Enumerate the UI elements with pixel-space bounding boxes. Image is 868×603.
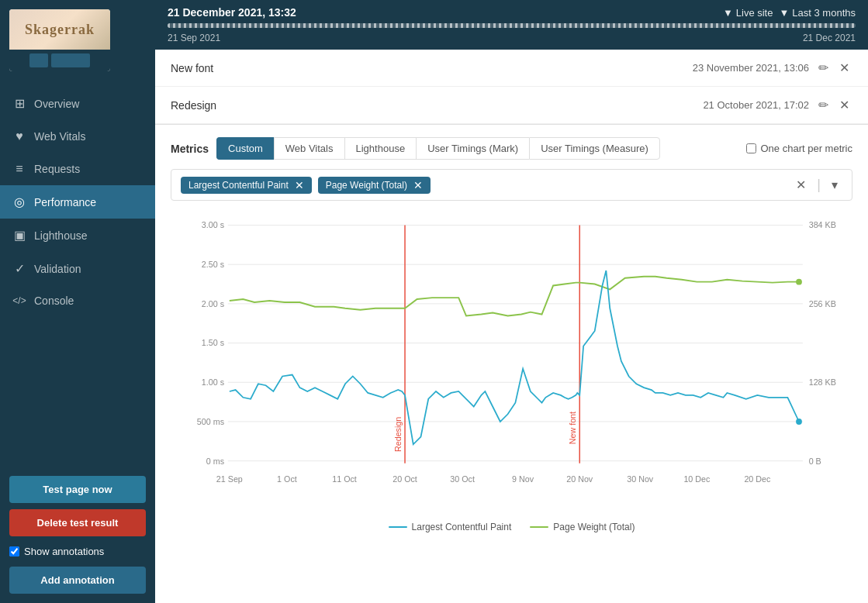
metrics-header: Metrics Custom Web Vitals Lighthouse Use… (171, 137, 852, 160)
annotation-name-new-font: New font (171, 62, 213, 74)
tab-lighthouse[interactable]: Lighthouse (344, 137, 417, 160)
sidebar: Skagerrak ⊞ Overview ♥ Web Vitals ≡ Requ… (0, 0, 155, 603)
svg-text:30 Oct: 30 Oct (450, 474, 475, 484)
delete-test-button[interactable]: Delete test result (9, 509, 146, 536)
legend-pw-label: Page Weight (Total) (553, 522, 635, 532)
annotation-meta-new-font: 23 November 2021, 13:06 ✏ ✕ (693, 59, 852, 77)
svg-text:0 ms: 0 ms (206, 457, 224, 466)
sidebar-item-requests[interactable]: ≡ Requests (0, 153, 155, 185)
sidebar-item-overview-label: Overview (34, 98, 79, 110)
main-content: 21 December 2021, 13:32 ▼ Live site ▼ La… (155, 0, 868, 603)
annotation-name-redesign: Redesign (171, 99, 216, 112)
metrics-tabs: Metrics Custom Web Vitals Lighthouse Use… (171, 137, 660, 160)
legend-lcp-label: Largest Contentful Paint (412, 522, 512, 532)
sidebar-nav: ⊞ Overview ♥ Web Vitals ≡ Requests ◎ Per… (0, 81, 155, 467)
svg-text:21 Sep: 21 Sep (216, 474, 243, 484)
svg-text:1.50 s: 1.50 s (202, 339, 224, 348)
show-annotations-checkbox[interactable] (9, 546, 19, 556)
metrics-label: Metrics (171, 143, 209, 155)
sidebar-item-validation-label: Validation (34, 263, 81, 275)
legend-lcp-line (389, 526, 407, 528)
requests-icon: ≡ (12, 162, 26, 176)
annotation-label-new-font: New font (568, 412, 577, 444)
sidebar-item-overview[interactable]: ⊞ Overview (0, 87, 155, 120)
filter-expand-button[interactable]: ▾ (827, 176, 842, 194)
validation-icon: ✓ (12, 261, 26, 276)
filter-clear-button[interactable]: ✕ (791, 176, 811, 194)
annotation-row-redesign: Redesign 21 October 2021, 17:02 ✏ ✕ (155, 87, 868, 124)
filter-tag-pw: Page Weight (Total) ✕ (318, 177, 431, 194)
filter-tag-pw-label: Page Weight (Total) (326, 180, 407, 191)
last-months-dropdown-icon: ▼ (779, 7, 789, 19)
filter-tag-lcp-close[interactable]: ✕ (295, 180, 304, 191)
annotation-meta-redesign: 21 October 2021, 17:02 ✏ ✕ (703, 96, 852, 114)
one-chart-checkbox-label[interactable]: One chart per metric (746, 143, 853, 154)
svg-text:20 Nov: 20 Nov (566, 474, 593, 484)
annotation-date-new-font: 23 November 2021, 13:06 (693, 62, 809, 74)
svg-text:3.00 s: 3.00 s (202, 220, 224, 229)
show-annotations-checkbox-label[interactable]: Show annotations (9, 543, 146, 560)
edit-annotation-new-font-button[interactable]: ✏ (815, 59, 832, 77)
tab-web-vitals[interactable]: Web Vitals (274, 137, 344, 160)
delete-annotation-redesign-button[interactable]: ✕ (836, 96, 852, 114)
svg-text:1 Oct: 1 Oct (277, 474, 297, 484)
svg-text:2.00 s: 2.00 s (202, 299, 224, 308)
svg-text:1.00 s: 1.00 s (202, 377, 224, 387)
svg-text:128 KB: 128 KB (809, 377, 836, 387)
chart-container: 3.00 s 2.50 s 2.00 s 1.50 s 1.00 s 500 m… (171, 210, 852, 532)
tab-user-timings-mark[interactable]: User Timings (Mark) (416, 137, 529, 160)
logo-image: Skagerrak (9, 9, 110, 71)
svg-text:384 KB: 384 KB (809, 220, 836, 229)
svg-text:0 B: 0 B (809, 457, 821, 466)
one-chart-checkbox[interactable] (746, 143, 756, 153)
timeline-controls: ▼ Live site ▼ Last 3 months (723, 7, 856, 19)
annotation-actions-new-font: ✏ ✕ (815, 59, 852, 77)
content-area: New font 23 November 2021, 13:06 ✏ ✕ Red… (155, 50, 868, 603)
annotations-section: New font 23 November 2021, 13:06 ✏ ✕ Red… (155, 50, 868, 125)
timeline-bar: 21 December 2021, 13:32 ▼ Live site ▼ La… (155, 0, 868, 50)
filter-tag-lcp: Largest Contentful Paint ✕ (181, 177, 312, 194)
sidebar-item-performance[interactable]: ◎ Performance (0, 185, 155, 219)
last-months-label: Last 3 months (792, 7, 856, 19)
sidebar-item-lighthouse[interactable]: ▣ Lighthouse (0, 219, 155, 252)
overview-icon: ⊞ (12, 96, 26, 111)
svg-text:11 Oct: 11 Oct (332, 474, 357, 484)
sidebar-item-console[interactable]: </> Console (0, 285, 155, 316)
annotation-actions-redesign: ✏ ✕ (815, 96, 852, 114)
sidebar-item-lighthouse-label: Lighthouse (34, 229, 88, 242)
page-weight-line (230, 277, 799, 316)
add-annotation-button[interactable]: Add annotation (9, 567, 146, 594)
svg-text:20 Dec: 20 Dec (744, 474, 771, 484)
sidebar-item-performance-label: Performance (34, 196, 96, 208)
svg-text:500 ms: 500 ms (197, 417, 224, 426)
annotation-row-new-font: New font 23 November 2021, 13:06 ✏ ✕ (155, 50, 868, 87)
delete-annotation-new-font-button[interactable]: ✕ (836, 59, 852, 77)
timeline-end-date: 21 Dec 2021 (803, 33, 856, 43)
test-page-button[interactable]: Test page now (9, 476, 146, 503)
live-site-control[interactable]: ▼ Live site (723, 7, 773, 19)
sidebar-item-web-vitals[interactable]: ♥ Web Vitals (0, 120, 155, 153)
legend-pw: Page Weight (Total) (530, 522, 635, 532)
performance-chart: 3.00 s 2.50 s 2.00 s 1.50 s 1.00 s 500 m… (171, 210, 852, 512)
timeline-progress (168, 23, 856, 28)
filter-tag-pw-close[interactable]: ✕ (413, 180, 423, 191)
tab-custom[interactable]: Custom (216, 137, 274, 160)
lcp-line (230, 270, 799, 444)
tab-user-timings-measure[interactable]: User Timings (Measure) (529, 137, 660, 160)
sidebar-buttons: Test page now Delete test result Show an… (0, 467, 155, 603)
annotation-date-redesign: 21 October 2021, 17:02 (703, 99, 809, 111)
last-months-control[interactable]: ▼ Last 3 months (779, 7, 856, 19)
sidebar-logo: Skagerrak (0, 0, 155, 81)
svg-text:256 KB: 256 KB (809, 299, 836, 308)
sidebar-item-console-label: Console (34, 295, 74, 307)
annotation-label-redesign: Redesign (393, 417, 403, 452)
svg-text:30 Nov: 30 Nov (627, 474, 654, 484)
timeline-track[interactable] (168, 23, 856, 28)
svg-text:2.50 s: 2.50 s (202, 260, 224, 269)
performance-icon: ◎ (12, 195, 26, 209)
sidebar-item-validation[interactable]: ✓ Validation (0, 252, 155, 285)
edit-annotation-redesign-button[interactable]: ✏ (815, 96, 832, 114)
filter-bar: Largest Contentful Paint ✕ Page Weight (… (171, 169, 852, 201)
svg-text:9 Nov: 9 Nov (512, 474, 534, 484)
legend-lcp: Largest Contentful Paint (389, 522, 512, 532)
